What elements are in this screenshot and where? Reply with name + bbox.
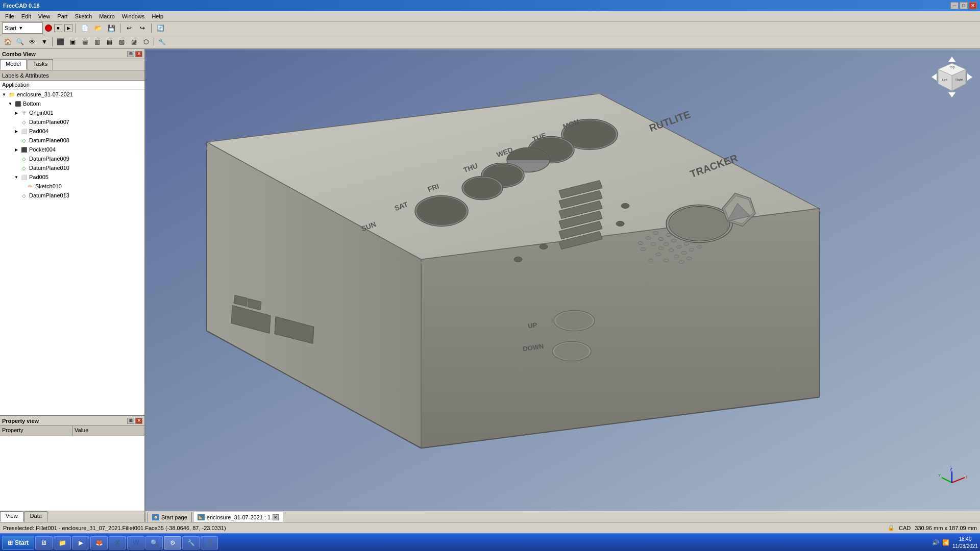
- tree-item-sketch010[interactable]: ✏ Sketch010: [0, 182, 144, 191]
- tree-view[interactable]: ▼ 📁 enclosure_31-07-2021 ▼ ⬛ Bottom ▶ ✛ …: [0, 90, 144, 420]
- workbench-selector[interactable]: Start ▼: [2, 22, 43, 34]
- cad-mode: CAD: [899, 525, 911, 531]
- lock-icon: 🔒: [888, 524, 895, 531]
- taskbar-item-freecad[interactable]: ⚙: [164, 536, 181, 549]
- expand-root[interactable]: ▼: [1, 91, 7, 97]
- close-button[interactable]: ✕: [969, 2, 977, 9]
- tree-item-datum008[interactable]: ◇ DatumPlane008: [0, 136, 144, 145]
- taskbar-item-browser[interactable]: 🦊: [90, 536, 108, 549]
- view-magnify[interactable]: 🔍: [14, 36, 26, 47]
- expand-pad004[interactable]: ▶: [13, 128, 19, 134]
- view-dropdown[interactable]: ▼: [39, 36, 50, 47]
- svg-marker-86: [967, 73, 972, 81]
- expand-pad005[interactable]: ▼: [13, 174, 19, 180]
- macro-btn-1[interactable]: ■: [54, 24, 62, 32]
- pv-tab-data[interactable]: Data: [24, 511, 47, 522]
- tab-enclosure[interactable]: 📐 enclosure_31-07-2021 : 1 ✕: [193, 512, 283, 522]
- menu-file[interactable]: File: [2, 13, 17, 20]
- tree-item-datum013[interactable]: ◇ DatumPlane013: [0, 191, 144, 200]
- record-button[interactable]: [45, 24, 52, 32]
- taskbar-item-search[interactable]: 🔍: [145, 536, 163, 549]
- toolbar-refresh[interactable]: 🔄: [155, 22, 166, 34]
- minimize-button[interactable]: ─: [950, 2, 959, 9]
- menu-edit[interactable]: Edit: [18, 13, 34, 20]
- expand-origin001[interactable]: ▶: [13, 110, 19, 116]
- clock-date: 11/08/2021: [952, 543, 978, 550]
- view-3d[interactable]: ⬛: [55, 36, 66, 47]
- taskbar-item-excel[interactable]: X: [109, 536, 126, 549]
- pv-tab-view[interactable]: View: [0, 511, 23, 522]
- tree-item-datum010[interactable]: ◇ DatumPlane010: [0, 163, 144, 172]
- toolbar-open[interactable]: 📂: [92, 22, 104, 34]
- close-enclosure-tab[interactable]: ✕: [273, 514, 279, 520]
- taskbar-settings-icon: 🔧: [187, 539, 195, 547]
- icon-datum009: ◇: [20, 155, 28, 162]
- expand-pocket004[interactable]: ▶: [13, 146, 19, 153]
- sound-icon[interactable]: 🔊: [932, 539, 939, 546]
- snap-tool[interactable]: 🔧: [156, 36, 167, 47]
- expand-datum007: [13, 119, 19, 125]
- tab-start-page[interactable]: 🏠 Start page: [148, 512, 192, 522]
- status-text: Preselected: Fillet001 - enclosure_31_07…: [3, 525, 226, 531]
- svg-text:UP: UP: [527, 321, 537, 330]
- taskbar-item-explorer[interactable]: 📁: [54, 536, 71, 549]
- tab-model[interactable]: Model: [0, 59, 27, 70]
- tree-item-pocket004[interactable]: ▶ ⬛ Pocket004: [0, 145, 144, 154]
- taskbar-item-desktop[interactable]: 🖥: [35, 536, 53, 549]
- view-bottom[interactable]: ▧: [116, 36, 127, 47]
- view-perspective[interactable]: ⬡: [140, 36, 152, 47]
- expand-datum008: [13, 137, 19, 143]
- toolbar-redo[interactable]: ↪: [137, 22, 148, 34]
- menu-macro[interactable]: Macro: [96, 13, 118, 20]
- svg-point-50: [669, 207, 730, 241]
- toolbar-undo[interactable]: ↩: [124, 22, 135, 34]
- label-datum010: DatumPlane010: [29, 165, 69, 171]
- taskbar-item-word[interactable]: W: [127, 536, 144, 549]
- tree-item-origin001[interactable]: ▶ ✛ Origin001: [0, 108, 144, 117]
- svg-point-45: [664, 259, 669, 262]
- expand-bottom[interactable]: ▼: [7, 101, 13, 107]
- app-title: FreeCAD 0.18: [3, 3, 40, 9]
- view-back[interactable]: ▨: [128, 36, 139, 47]
- view-left[interactable]: ▦: [104, 36, 115, 47]
- navigation-cube[interactable]: Top Right Left: [929, 54, 975, 100]
- toolbar-new[interactable]: 📄: [79, 22, 90, 34]
- tree-item-datum007[interactable]: ◇ DatumPlane007: [0, 117, 144, 127]
- svg-point-82: [554, 343, 589, 360]
- view-right[interactable]: ▥: [91, 36, 103, 47]
- viewport[interactable]: MON TUE WED THU FRI SAT SUN RUTLITE TRAC…: [145, 49, 980, 511]
- svg-text:Z: Z: [950, 467, 952, 471]
- menu-view[interactable]: View: [35, 13, 54, 20]
- taskbar-item-settings[interactable]: 🔧: [182, 536, 200, 549]
- macro-btn-2[interactable]: ▶: [64, 24, 72, 32]
- view-home[interactable]: 🏠: [2, 36, 13, 47]
- start-button[interactable]: ⊞ Start: [2, 536, 34, 550]
- tree-item-pad004[interactable]: ▶ ⬜ Pad004: [0, 127, 144, 136]
- menu-help[interactable]: Help: [149, 13, 166, 20]
- tab-tasks[interactable]: Tasks: [28, 59, 53, 70]
- pv-close-button[interactable]: ✕: [135, 418, 142, 424]
- menu-part[interactable]: Part: [54, 13, 70, 20]
- menu-sketch[interactable]: Sketch: [72, 13, 95, 20]
- combo-float-button[interactable]: ⊞: [127, 51, 134, 57]
- network-icon[interactable]: 📶: [942, 539, 949, 546]
- tree-item-root[interactable]: ▼ 📁 enclosure_31-07-2021: [0, 90, 144, 99]
- view-top[interactable]: ▤: [79, 36, 90, 47]
- tree-item-bottom[interactable]: ▼ ⬛ Bottom: [0, 99, 144, 108]
- tree-item-pad005[interactable]: ▼ ⬜ Pad005: [0, 172, 144, 182]
- pv-float-button[interactable]: ⊞: [127, 418, 134, 424]
- bottom-tabs: 🏠 Start page 📐 enclosure_31-07-2021 : 1 …: [145, 511, 980, 522]
- view-front[interactable]: ▣: [67, 36, 78, 47]
- tree-item-datum009[interactable]: ◇ DatumPlane009: [0, 154, 144, 163]
- taskbar-item-media[interactable]: ▶: [72, 536, 89, 549]
- combo-close-button[interactable]: ✕: [135, 51, 142, 57]
- toolbar-save[interactable]: 💾: [106, 22, 117, 34]
- menu-windows[interactable]: Windows: [119, 13, 148, 20]
- icon-bottom: ⬛: [14, 100, 21, 107]
- view-settings[interactable]: 👁: [27, 36, 38, 47]
- clock-time: 18:40: [952, 536, 978, 543]
- maximize-button[interactable]: □: [960, 2, 968, 9]
- expand-sketch010: [19, 183, 26, 189]
- taskbar-item-extra[interactable]: 🎵: [201, 536, 218, 549]
- combo-view-header-controls: ⊞ ✕: [127, 51, 142, 57]
